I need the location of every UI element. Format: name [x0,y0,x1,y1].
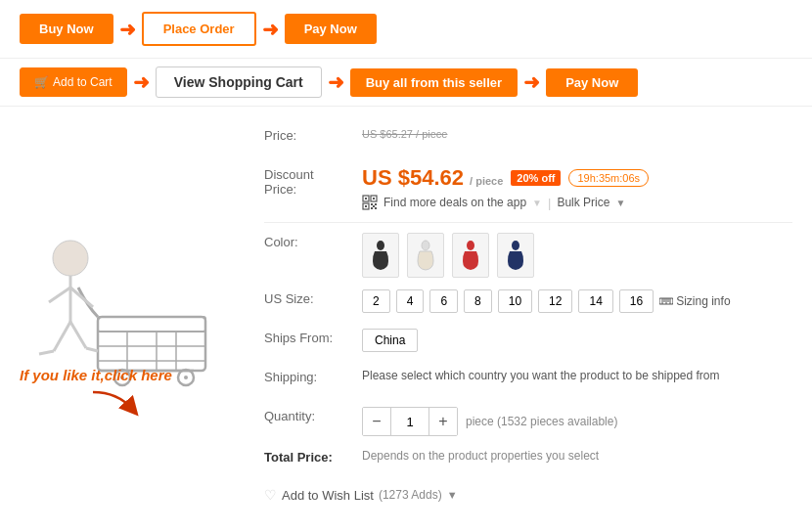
view-cart-button[interactable]: View Shopping Cart [156,66,322,98]
swatch-2-icon [414,238,437,273]
dropdown-arrow-bulk: ▼ [615,198,625,208]
size-6[interactable]: 6 [429,289,458,313]
qty-available: piece (1532 pieces available) [466,415,617,428]
discount-label: DiscountPrice: [264,165,362,197]
place-order-button[interactable]: Place Order [142,12,256,46]
deals-link[interactable]: Find more deals on the app [383,196,526,209]
sizing-info-link[interactable]: Sizing info [659,294,730,308]
price-label: Price: [264,126,362,143]
quantity-wrap: − + piece (1532 pieces available) [362,407,792,436]
svg-rect-26 [365,205,367,207]
size-14[interactable]: 14 [578,289,612,313]
arrow-icon-2: ➜ [262,18,279,41]
product-image-area: If you like it,click here [0,116,254,512]
qty-control: − + [362,407,458,436]
color-swatch-4[interactable] [497,233,534,278]
ships-from-value: China [362,329,792,352]
svg-rect-30 [371,207,373,209]
discount-price: US $54.62 / piece [362,165,503,191]
arrow-icon-1: ➜ [119,18,136,41]
size-8[interactable]: 8 [464,289,492,313]
color-swatch-3[interactable] [452,233,489,278]
buy-now-button[interactable]: Buy Now [20,14,113,44]
swatch-1-icon [369,238,392,273]
svg-rect-29 [375,203,377,205]
color-value [362,233,792,278]
ships-from-row: Ships From: China [264,329,792,356]
ruler-icon [659,295,673,307]
svg-point-34 [467,241,474,250]
discount-value: US $54.62 / piece 20% off 19h:35m:06s [362,165,792,210]
size-10[interactable]: 10 [498,289,532,313]
size-value: 2 4 6 8 10 12 14 16 [362,289,792,313]
discount-price-text: US $54.62 [362,165,464,190]
add-to-cart-label: Add to Cart [53,75,113,89]
color-swatch-2[interactable] [407,233,444,278]
color-label: Color: [264,233,362,249]
svg-point-32 [377,241,384,250]
svg-rect-31 [375,207,377,209]
cart-icon: 🛒 [34,75,49,89]
heart-icon: ♡ [264,487,277,503]
size-label: US Size: [264,289,362,306]
size-4[interactable]: 4 [396,289,425,313]
original-price: US $65.27 / piece [362,128,447,140]
shipping-text: Please select which country you want the… [362,366,720,382]
svg-rect-1 [98,317,205,332]
svg-point-35 [512,241,519,250]
timer-badge: 19h:35m:06s [568,169,649,187]
price-row: Price: US $65.27 / piece [264,126,792,154]
svg-line-19 [39,351,54,354]
cart-bar: 🛒 Add to Cart ➜ View Shopping Cart ➜ Buy… [0,58,812,107]
svg-line-20 [86,348,98,351]
size-12[interactable]: 12 [538,289,572,313]
ships-from-button[interactable]: China [362,329,418,352]
svg-rect-24 [373,198,375,200]
qr-icon [362,195,378,210]
buy-from-seller-button[interactable]: Buy all from this seller [350,68,518,97]
discount-price-wrap: US $54.62 / piece 20% off 19h:35m:06s [362,165,792,191]
total-price-value: Depends on the product properties you se… [362,448,792,463]
color-swatches [362,233,792,278]
shipping-value: Please select which country you want the… [362,368,792,382]
wishlist-row[interactable]: ♡ Add to Wish List (1273 Adds) ▼ [264,487,792,503]
quantity-row: Quantity: − + piece (1532 pieces availab… [264,407,792,436]
discount-price-row: DiscountPrice: US $54.62 / piece 20% off… [264,165,792,210]
size-buttons: 2 4 6 8 10 12 14 16 [362,289,792,313]
arrow-icon-5: ➜ [523,70,540,94]
pay-now-button-1[interactable]: Pay Now [285,14,377,44]
ships-from-label: Ships From: [264,329,362,345]
quantity-label: Quantity: [264,407,362,423]
color-row: Color: [264,233,792,278]
size-2[interactable]: 2 [362,289,390,313]
bulk-price-link[interactable]: Bulk Price [557,196,609,209]
qty-increase-button[interactable]: + [429,408,457,435]
arrow-icon-3: ➜ [133,70,150,94]
shipping-label: Shipping: [264,368,362,384]
svg-point-33 [422,241,429,250]
total-price-text: Depends on the product properties you se… [362,446,599,463]
svg-line-16 [49,288,70,302]
svg-point-13 [53,241,88,276]
quantity-value: − + piece (1532 pieces available) [362,407,792,436]
sizing-info-text: Sizing info [676,294,730,308]
size-16[interactable]: 16 [619,289,654,313]
qty-decrease-button[interactable]: − [363,408,390,435]
per-piece: / piece [470,175,503,187]
swatch-3-icon [459,238,482,273]
pay-now-button-2[interactable]: Pay Now [546,68,638,97]
price-value: US $65.27 / piece [362,126,792,141]
main-content: If you like it,click here Price: [0,107,812,522]
wishlist-dropdown[interactable]: ▼ [447,489,458,501]
svg-rect-22 [365,198,367,200]
add-to-cart-button[interactable]: 🛒 Add to Cart [20,67,127,97]
color-swatch-1[interactable] [362,233,399,278]
promo-arrow [88,387,147,417]
svg-rect-0 [98,317,205,371]
off-badge: 20% off [511,170,561,186]
qty-input[interactable] [390,408,429,435]
svg-rect-27 [371,203,373,205]
shipping-row: Shipping: Please select which country yo… [264,368,792,395]
separator-1 [264,222,792,223]
wishlist-text: Add to Wish List [282,488,374,503]
